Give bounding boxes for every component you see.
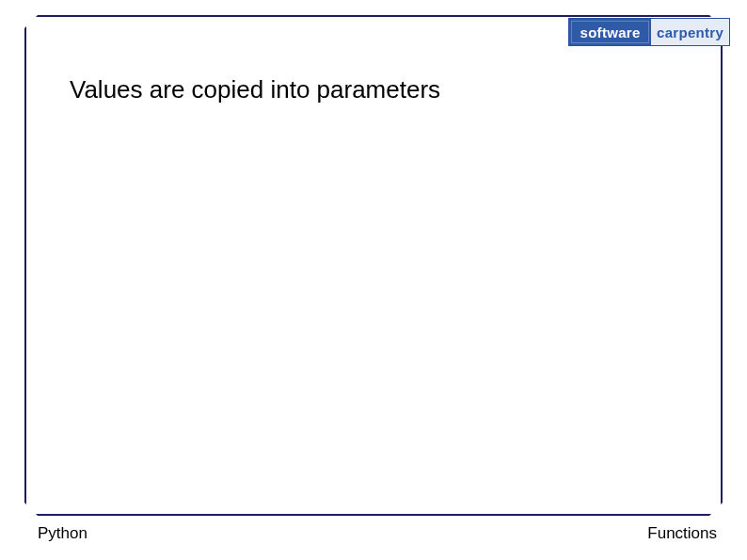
logo-left-word: software: [569, 19, 651, 45]
slide-heading: Values are copied into parameters: [70, 75, 440, 104]
footer-left: Python: [38, 524, 87, 543]
software-carpentry-logo: software carpentry: [568, 18, 730, 46]
logo-right-word: carpentry: [651, 19, 729, 45]
footer-right: Functions: [647, 524, 717, 543]
